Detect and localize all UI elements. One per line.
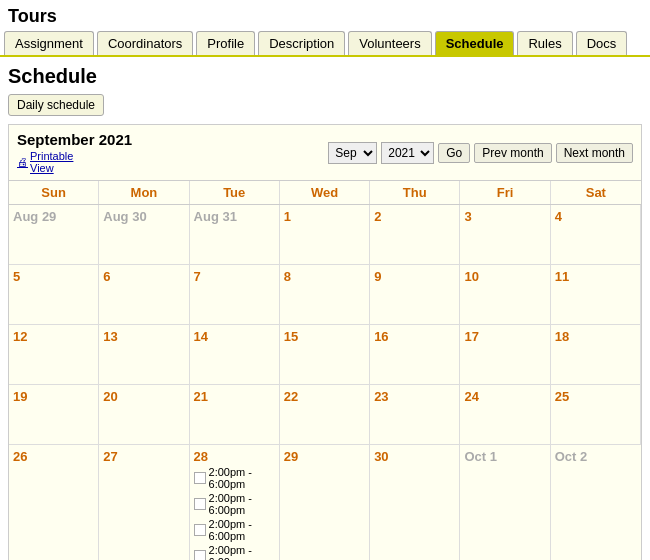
cal-cell-12[interactable]: 12: [9, 325, 99, 385]
tab-volunteers[interactable]: Volunteers: [348, 31, 431, 55]
cal-day-num: 27: [103, 449, 184, 464]
calendar-dow-row: SunMonTueWedThuFriSat: [9, 181, 641, 205]
tab-profile[interactable]: Profile: [196, 31, 255, 55]
cal-day-num: Aug 29: [13, 209, 94, 224]
cal-cell-13[interactable]: 13: [99, 325, 189, 385]
event-checkbox[interactable]: [194, 550, 206, 560]
cal-day-num: 20: [103, 389, 184, 404]
event-checkbox[interactable]: [194, 524, 206, 536]
dow-fri: Fri: [460, 181, 550, 204]
cal-cell-Aug31[interactable]: Aug 31: [190, 205, 280, 265]
cal-cell-27[interactable]: 27: [99, 445, 189, 560]
cal-cell-30[interactable]: 30: [370, 445, 460, 560]
cal-day-num: 17: [464, 329, 545, 344]
cal-day-num: 3: [464, 209, 545, 224]
calendar-header-left: September 2021 🖨 PrintableView: [17, 131, 132, 174]
printable-label: PrintableView: [30, 150, 73, 174]
cal-cell-14[interactable]: 14: [190, 325, 280, 385]
year-select[interactable]: 20192020202120222023: [381, 142, 434, 164]
cal-day-num: Aug 31: [194, 209, 275, 224]
cal-cell-3[interactable]: 3: [460, 205, 550, 265]
event-text: 2:00pm - 6:00pm: [209, 492, 275, 516]
next-month-button[interactable]: Next month: [556, 143, 633, 163]
cal-cell-15[interactable]: 15: [280, 325, 370, 385]
cal-cell-5[interactable]: 5: [9, 265, 99, 325]
cal-day-num: Aug 30: [103, 209, 184, 224]
cal-event: 2:00pm - 6:00pm: [194, 518, 275, 542]
cal-event: 2:00pm - 6:00pm: [194, 466, 275, 490]
calendar-grid: Aug 29Aug 30Aug 311234567891011121314151…: [9, 205, 641, 560]
tab-docs[interactable]: Docs: [576, 31, 628, 55]
prev-month-button[interactable]: Prev month: [474, 143, 551, 163]
cal-day-num: 14: [194, 329, 275, 344]
cal-cell-19[interactable]: 19: [9, 385, 99, 445]
calendar-header: September 2021 🖨 PrintableView JanFebMar…: [9, 125, 641, 181]
cal-day-num: 23: [374, 389, 455, 404]
cal-day-num: 29: [284, 449, 365, 464]
cal-cell-26[interactable]: 26: [9, 445, 99, 560]
go-button[interactable]: Go: [438, 143, 470, 163]
event-text: 2:00pm - 6:00pm: [209, 466, 275, 490]
event-text: 2:00pm - 6:00pm: [209, 518, 275, 542]
cal-day-num: 26: [13, 449, 94, 464]
cal-cell-11[interactable]: 11: [551, 265, 641, 325]
cal-cell-23[interactable]: 23: [370, 385, 460, 445]
cal-cell-22[interactable]: 22: [280, 385, 370, 445]
cal-day-num: 12: [13, 329, 94, 344]
cal-day-num: 28: [194, 449, 275, 464]
daily-schedule-button[interactable]: Daily schedule: [8, 94, 104, 116]
cal-day-num: 16: [374, 329, 455, 344]
cal-day-num: 18: [555, 329, 636, 344]
cal-cell-Oct1[interactable]: Oct 1: [460, 445, 550, 560]
tab-assignment[interactable]: Assignment: [4, 31, 94, 55]
cal-cell-4[interactable]: 4: [551, 205, 641, 265]
cal-cell-6[interactable]: 6: [99, 265, 189, 325]
cal-cell-17[interactable]: 17: [460, 325, 550, 385]
cal-cell-29[interactable]: 29: [280, 445, 370, 560]
tab-rules[interactable]: Rules: [517, 31, 572, 55]
dow-sat: Sat: [551, 181, 641, 204]
cal-cell-16[interactable]: 16: [370, 325, 460, 385]
dow-wed: Wed: [280, 181, 370, 204]
calendar: September 2021 🖨 PrintableView JanFebMar…: [8, 124, 642, 560]
cal-day-num: 5: [13, 269, 94, 284]
tab-schedule[interactable]: Schedule: [435, 31, 515, 55]
cal-cell-Aug29[interactable]: Aug 29: [9, 205, 99, 265]
calendar-month-title: September 2021: [17, 131, 132, 148]
cal-day-num: 6: [103, 269, 184, 284]
cal-day-num: 22: [284, 389, 365, 404]
cal-cell-8[interactable]: 8: [280, 265, 370, 325]
cal-cell-24[interactable]: 24: [460, 385, 550, 445]
dow-sun: Sun: [9, 181, 99, 204]
tab-description[interactable]: Description: [258, 31, 345, 55]
cal-day-num: 19: [13, 389, 94, 404]
cal-day-num: 13: [103, 329, 184, 344]
section-title: Schedule: [8, 65, 642, 88]
event-checkbox[interactable]: [194, 472, 206, 484]
cal-cell-Aug30[interactable]: Aug 30: [99, 205, 189, 265]
cal-cell-Oct2[interactable]: Oct 2: [551, 445, 641, 560]
app-title: Tours: [0, 0, 650, 31]
cal-cell-9[interactable]: 9: [370, 265, 460, 325]
cal-day-num: 8: [284, 269, 365, 284]
cal-event: 2:00pm - 6:00pm: [194, 492, 275, 516]
month-select[interactable]: JanFebMarAprMayJunJulAugSepOctNovDec: [328, 142, 377, 164]
cal-cell-18[interactable]: 18: [551, 325, 641, 385]
tab-coordinators[interactable]: Coordinators: [97, 31, 193, 55]
cal-cell-20[interactable]: 20: [99, 385, 189, 445]
cal-cell-1[interactable]: 1: [280, 205, 370, 265]
cal-cell-28[interactable]: 282:00pm - 6:00pm2:00pm - 6:00pm2:00pm -…: [190, 445, 280, 560]
cal-cell-10[interactable]: 10: [460, 265, 550, 325]
cal-day-num: 4: [555, 209, 636, 224]
cal-day-num: 25: [555, 389, 636, 404]
cal-day-num: 15: [284, 329, 365, 344]
cal-cell-25[interactable]: 25: [551, 385, 641, 445]
calendar-header-right: JanFebMarAprMayJunJulAugSepOctNovDec 201…: [328, 142, 633, 164]
printable-view-link[interactable]: 🖨 PrintableView: [17, 150, 132, 174]
cal-cell-21[interactable]: 21: [190, 385, 280, 445]
tab-bar: AssignmentCoordinatorsProfileDescription…: [0, 31, 650, 57]
cal-day-num: 10: [464, 269, 545, 284]
cal-cell-7[interactable]: 7: [190, 265, 280, 325]
cal-cell-2[interactable]: 2: [370, 205, 460, 265]
event-checkbox[interactable]: [194, 498, 206, 510]
